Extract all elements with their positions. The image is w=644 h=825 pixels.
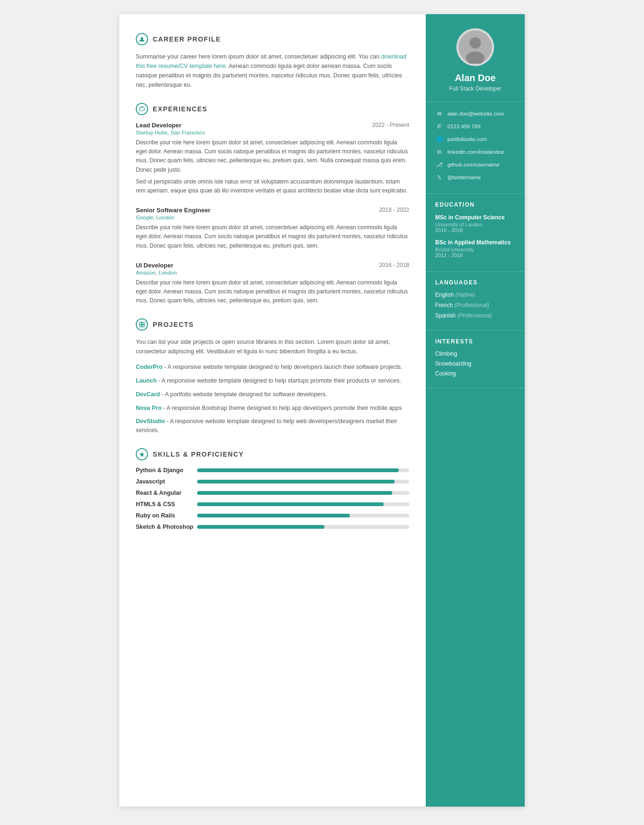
project-link-3[interactable]: DevCard (136, 391, 160, 398)
svg-rect-2 (140, 322, 142, 325)
exp-date-1: 2022 - Present (372, 122, 409, 128)
skill-bar-fill (197, 514, 350, 517)
interest-item: Climbing (435, 350, 515, 357)
career-profile-text: Summarise your career here lorem ipsum d… (136, 52, 409, 90)
interests-title: INTERESTS (435, 338, 515, 345)
contact-github: ⎇ github.com/username (435, 160, 515, 169)
exp-company-1: Startup Hubs, San Francisco (136, 130, 409, 135)
contact-linkedin: in linkedin.com/in/alandoe (435, 148, 515, 156)
project-link-1[interactable]: CoderPro (136, 364, 163, 370)
project-link-4[interactable]: Nova Pro (136, 405, 162, 411)
exp-desc-2a: Describe your role here lorem ipsum dolo… (136, 223, 409, 250)
project-item-5: DevStudio - A responsive website templat… (136, 417, 409, 435)
skill-label: Ruby on Rails (136, 512, 197, 519)
exp-title-3: UI Developer (136, 262, 173, 269)
exp-date-3: 2016 - 2018 (379, 262, 409, 268)
career-profile-header: CAREER PROFILE (136, 33, 409, 45)
skill-item: Ruby on Rails (136, 512, 409, 519)
skill-bar-fill (197, 491, 392, 495)
languages-title: LANGUAGES (435, 279, 515, 286)
right-column: Alan Doe Full Stack Developer ✉ alan.doe… (426, 14, 525, 807)
svg-point-8 (470, 37, 481, 49)
avatar (456, 28, 494, 66)
contact-phone: ✆ 0123 456 789 (435, 122, 515, 131)
edu-container: MSc in Computer Science University of Lo… (435, 214, 515, 258)
lang-item: French (Professional) (435, 302, 515, 308)
svg-marker-6 (140, 452, 144, 457)
lang-item: Spanish (Professional) (435, 312, 515, 319)
edu-degree: BSc in Applied Mathematics (435, 239, 515, 247)
exp-item-3: UI Developer 2016 - 2018 Amazon, London … (136, 262, 409, 306)
experiences-title: EXPERIENCES (153, 105, 207, 113)
project-item-3: DevCard - A portfolio website template d… (136, 390, 409, 399)
career-profile-icon (136, 33, 148, 45)
projects-title: PROJECTS (153, 321, 194, 328)
skill-item: Javascript (136, 478, 409, 485)
profile-name: Alan Doe (455, 73, 496, 83)
exp-header-1: Lead Developer 2022 - Present (136, 122, 409, 129)
skill-label: Sketch & Photoshop (136, 524, 197, 530)
phone-icon: ✆ (435, 122, 444, 131)
skills-icon (136, 448, 148, 460)
edu-university: Bristol University (435, 247, 515, 252)
lang-item: English (Native) (435, 292, 515, 298)
skills-container: Python & Django Javascript React & Angul… (136, 467, 409, 530)
contact-email: ✉ alan.doe@website.com (435, 109, 515, 118)
skill-bar-bg (197, 525, 409, 529)
exp-company-3: Amazon, London (136, 270, 409, 275)
svg-point-0 (141, 37, 143, 40)
skill-bar-fill (197, 468, 399, 472)
exp-header-2: Senior Software Engineer 2018 - 2022 (136, 207, 409, 214)
skill-label: Javascript (136, 478, 197, 485)
skill-bar-fill (197, 480, 395, 483)
edu-item: MSc in Computer Science University of Lo… (435, 214, 515, 233)
education-section: EDUCATION MSc in Computer Science Univer… (426, 194, 525, 272)
github-icon: ⎇ (435, 160, 444, 169)
contact-website: 🌐 portfoliosite.com (435, 135, 515, 143)
project-item-4: Nova Pro - A responsive Bootstrap theme … (136, 404, 409, 413)
edu-university: University of London (435, 222, 515, 227)
email-icon: ✉ (435, 109, 444, 118)
linkedin-icon: in (435, 148, 444, 156)
svg-rect-4 (140, 325, 142, 327)
skill-item: Python & Django (136, 467, 409, 474)
exp-item-2: Senior Software Engineer 2018 - 2022 Goo… (136, 207, 409, 250)
avatar-section: Alan Doe Full Stack Developer (426, 14, 525, 102)
project-item-1: CoderPro - A responsive website template… (136, 363, 409, 372)
contact-section: ✉ alan.doe@website.com ✆ 0123 456 789 🌐 … (426, 102, 525, 194)
interest-item: Snowboarding (435, 360, 515, 367)
experiences-icon (136, 103, 148, 115)
projects-icon (136, 318, 148, 331)
svg-rect-5 (142, 325, 145, 327)
edu-item: BSc in Applied Mathematics Bristol Unive… (435, 239, 515, 258)
exp-date-2: 2018 - 2022 (379, 207, 409, 213)
interests-container: ClimbingSnowboardingCooking (435, 350, 515, 377)
education-title: EDUCATION (435, 201, 515, 208)
exp-company-2: Google, London (136, 215, 409, 220)
exp-title-1: Lead Developer (136, 122, 182, 129)
edu-years: 2012 - 2016 (435, 252, 515, 258)
project-link-2[interactable]: Launch (136, 377, 157, 384)
skill-bar-bg (197, 468, 409, 472)
exp-desc-1b: Sed ut perspiciatis unde omnis iste natu… (136, 177, 409, 195)
skill-bar-fill (197, 502, 384, 506)
edu-years: 2016 - 2018 (435, 227, 515, 233)
edu-degree: MSc in Computer Science (435, 214, 515, 222)
contact-twitter: 𝕏 @twittername (435, 173, 515, 182)
lang-container: English (Native)French (Professional)Spa… (435, 292, 515, 319)
projects-intro: You can list your side projects or open … (136, 337, 409, 356)
projects-header: PROJECTS (136, 318, 409, 331)
skill-item: React & Angular (136, 490, 409, 496)
interests-section: INTERESTS ClimbingSnowboardingCooking (426, 331, 525, 388)
lang-level: (Native) (455, 292, 475, 298)
exp-title-2: Senior Software Engineer (136, 207, 210, 214)
globe-icon: 🌐 (435, 135, 444, 143)
project-link-5[interactable]: DevStudio (136, 418, 165, 425)
left-column: CAREER PROFILE Summarise your career her… (119, 14, 426, 807)
skills-header: SKILLS & PROFICIENCY (136, 448, 409, 460)
skill-bar-bg (197, 502, 409, 506)
skill-bar-fill (197, 525, 324, 529)
svg-rect-1 (140, 108, 144, 111)
interest-item: Cooking (435, 370, 515, 377)
profile-title: Full Stack Developer (449, 85, 502, 92)
